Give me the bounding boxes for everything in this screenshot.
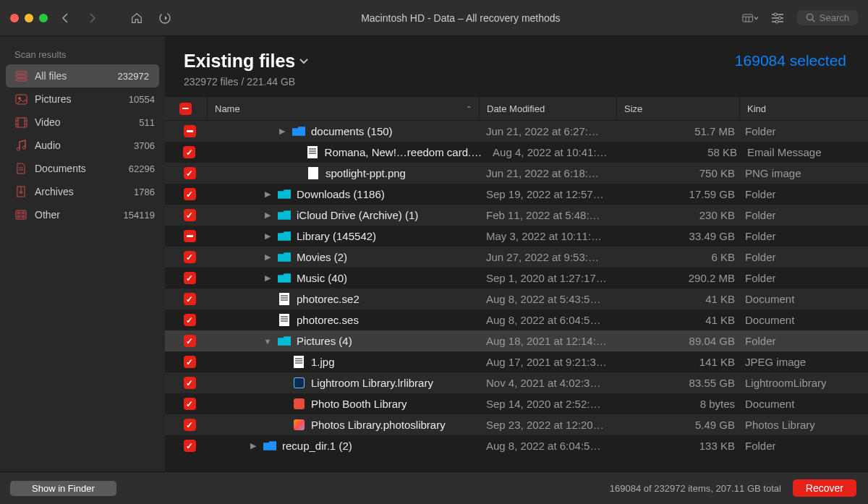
col-checkbox[interactable] — [172, 97, 207, 120]
row-checkbox[interactable] — [184, 314, 196, 326]
file-kind: JPEG image — [739, 356, 868, 368]
disclosure-right-icon[interactable]: ▶ — [263, 231, 272, 241]
sidebar-item-label: Archives — [35, 186, 74, 197]
file-size: 58 KB — [621, 146, 741, 158]
file-name: Movies (2) — [297, 251, 347, 263]
document-icon — [292, 356, 305, 369]
sidebar-item-count: 3706 — [134, 140, 155, 151]
file-name: Lightroom Library.lrlibrary — [311, 377, 433, 389]
minimize-window-button[interactable] — [25, 14, 33, 22]
table-row[interactable]: Lightroom Library.lrlibraryNov 4, 2021 a… — [165, 372, 868, 393]
sidebar-item-pictures[interactable]: Pictures10554 — [0, 87, 165, 111]
rescan-button[interactable] — [158, 11, 179, 25]
recover-button[interactable]: Recover — [793, 479, 856, 497]
stack-icon — [14, 71, 27, 82]
disclosure-down-icon[interactable]: ▼ — [263, 337, 272, 346]
col-size[interactable]: Size — [616, 97, 739, 120]
filter-button[interactable] — [771, 12, 784, 24]
file-size: 5.49 GB — [616, 419, 739, 431]
table-row[interactable]: spotlight-ppt.pngJun 21, 2022 at 6:18:…7… — [165, 163, 868, 184]
table-row[interactable]: ▶recup_dir.1 (2)Aug 8, 2022 at 6:04:5…13… — [165, 435, 868, 456]
svg-rect-31 — [20, 192, 22, 193]
nav-forward-button[interactable] — [88, 13, 110, 23]
table-row[interactable]: photorec.se2Aug 8, 2022 at 5:43:5…41 KBD… — [165, 289, 868, 309]
row-checkbox[interactable] — [184, 209, 196, 221]
disclosure-right-icon[interactable]: ▶ — [263, 273, 272, 283]
file-date: Jun 21, 2022 at 6:18:… — [479, 167, 616, 179]
header-checkbox[interactable] — [179, 103, 192, 115]
col-name[interactable]: Name ⌃ — [207, 97, 479, 120]
content-area: Existing files 232972 files / 221.44 GB … — [165, 36, 868, 471]
disclosure-right-icon[interactable]: ▶ — [263, 252, 272, 262]
row-checkbox[interactable] — [184, 293, 196, 305]
file-name: Photos Library.photoslibrary — [311, 419, 446, 431]
nav-back-button[interactable] — [61, 13, 82, 23]
row-checkbox[interactable] — [184, 377, 196, 389]
row-checkbox[interactable] — [184, 419, 196, 431]
disclosure-right-icon[interactable]: ▶ — [249, 441, 258, 450]
table-row[interactable]: 1.jpgAug 17, 2021 at 9:21:3…141 KBJPEG i… — [165, 351, 868, 372]
sidebar-item-documents[interactable]: Documents62296 — [0, 157, 165, 180]
table-row[interactable]: Romana, New!…reedom card.emlAug 4, 2022 … — [165, 142, 868, 163]
col-date[interactable]: Date Modified — [479, 97, 616, 120]
close-window-button[interactable] — [10, 14, 19, 22]
row-checkbox[interactable] — [184, 230, 196, 242]
maximize-window-button[interactable] — [39, 14, 48, 22]
page-subtitle: 232972 files / 221.44 GB — [184, 76, 308, 87]
row-checkbox[interactable] — [184, 272, 196, 284]
row-checkbox[interactable] — [184, 167, 196, 179]
row-checkbox[interactable] — [184, 398, 196, 410]
row-checkbox[interactable] — [184, 188, 196, 200]
show-in-finder-button[interactable]: Show in Finder — [10, 481, 116, 496]
table-row[interactable]: ▼Pictures (4)Aug 18, 2021 at 12:14:…89.0… — [165, 330, 868, 351]
row-checkbox[interactable] — [184, 440, 196, 452]
lightroom-icon — [292, 377, 305, 390]
row-checkbox[interactable] — [184, 356, 196, 368]
row-checkbox[interactable] — [183, 146, 195, 158]
disclosure-right-icon[interactable]: ▶ — [263, 210, 272, 220]
table-row[interactable]: ▶Music (40)Sep 1, 2020 at 1:27:17…290.2 … — [165, 268, 868, 289]
sidebar-item-audio[interactable]: Audio3706 — [0, 134, 165, 157]
file-name: Pictures (4) — [297, 335, 352, 347]
svg-rect-1 — [743, 14, 753, 21]
sidebar: Scan results All files232972Pictures1055… — [0, 36, 165, 471]
sidebar-item-archives[interactable]: Archives1786 — [0, 180, 165, 203]
table-row[interactable]: photorec.sesAug 8, 2022 at 6:04:5…41 KBD… — [165, 309, 868, 330]
file-name: recup_dir.1 (2) — [282, 440, 352, 452]
row-checkbox[interactable] — [184, 251, 196, 263]
status-text: 169084 of 232972 items, 207.11 GB total — [610, 483, 781, 494]
table-row[interactable]: ▶Library (145542)May 3, 2022 at 10:11:…3… — [165, 226, 868, 247]
table-row[interactable]: ▶iCloud Drive (Archive) (1)Feb 11, 2022 … — [165, 205, 868, 226]
file-date: Feb 11, 2022 at 5:48:… — [479, 209, 616, 221]
file-list[interactable]: ▶documents (150)Jun 21, 2022 at 6:27:…51… — [165, 121, 868, 471]
row-checkbox[interactable] — [184, 125, 196, 137]
table-row[interactable]: ▶documents (150)Jun 21, 2022 at 6:27:…51… — [165, 121, 868, 142]
file-date: Nov 4, 2021 at 4:02:3… — [479, 377, 616, 389]
table-row[interactable]: ▶Movies (2)Jun 27, 2022 at 9:53:…6 KBFol… — [165, 247, 868, 268]
document-icon — [278, 293, 291, 306]
file-date: Jun 21, 2022 at 6:27:… — [479, 125, 616, 137]
row-checkbox[interactable] — [184, 335, 196, 347]
file-size: 33.49 GB — [616, 230, 739, 242]
sidebar-item-all-files[interactable]: All files232972 — [6, 64, 159, 87]
disclosure-right-icon[interactable]: ▶ — [263, 189, 272, 199]
table-row[interactable]: ▶Downloads (1186)Sep 19, 2022 at 12:57…1… — [165, 184, 868, 205]
sidebar-item-other[interactable]: Other154119 — [0, 203, 165, 226]
svg-rect-34 — [22, 212, 25, 214]
search-field[interactable]: Search — [797, 10, 858, 25]
folder-icon — [292, 125, 305, 138]
page-title[interactable]: Existing files — [184, 51, 308, 72]
file-name: Library (145542) — [297, 230, 376, 242]
folder-icon — [263, 440, 276, 453]
sidebar-item-label: Documents — [35, 163, 86, 174]
table-row[interactable]: Photos Library.photoslibrarySep 23, 2022… — [165, 414, 868, 435]
home-button[interactable] — [130, 12, 152, 25]
view-options-button[interactable] — [742, 12, 758, 24]
folder-icon — [278, 230, 291, 243]
sidebar-item-video[interactable]: Video511 — [0, 111, 165, 134]
disclosure-right-icon[interactable]: ▶ — [278, 127, 286, 136]
table-row[interactable]: Photo Booth LibrarySep 14, 2020 at 2:52:… — [165, 393, 868, 414]
svg-line-12 — [812, 20, 814, 22]
page-title-text: Existing files — [184, 51, 295, 72]
col-kind[interactable]: Kind — [739, 97, 868, 120]
